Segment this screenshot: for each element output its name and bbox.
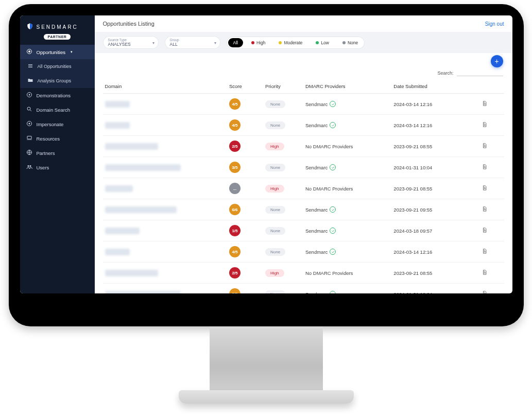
sidebar-item-analysis-groups[interactable]: Analysis Groups [20, 74, 95, 88]
filter-bar: Source Type ANALYSES ▾ Group ALL ▾ All H… [95, 32, 512, 53]
col-priority[interactable]: Priority [263, 79, 303, 94]
sidebar-item-label: Impersonate [37, 121, 64, 127]
sidebar-item-label: Resources [37, 136, 60, 142]
add-button[interactable]: + [491, 55, 503, 67]
app-screen: SENDMARC PARTNER Opportunities ▾ All Opp… [20, 15, 512, 293]
cell-domain: xxxxxx.xxxxx [103, 178, 227, 199]
sidebar-item-label: Partners [37, 150, 55, 156]
cell-provider: No DMARC Providers [303, 136, 391, 157]
document-icon[interactable] [482, 123, 487, 129]
table-row[interactable]: xxxxxx.xxxxx ... High No DMARC Providers… [103, 178, 504, 199]
table-row[interactable]: xxxxx.xx.xx 4/5 None Sendmarc 2024-03-14… [103, 94, 504, 115]
search-row: Search: [103, 56, 504, 79]
dot-icon [279, 41, 282, 44]
cell-score: 4/5 [227, 241, 263, 263]
sidebar-item-demonstrations[interactable]: Demonstrations [20, 88, 95, 102]
priority-all[interactable]: All [228, 38, 243, 47]
col-score[interactable]: Score [227, 79, 263, 94]
priority-high[interactable]: High [246, 38, 270, 47]
sidebar-item-all-opportunities[interactable]: All Opportunities [20, 59, 95, 74]
cell-priority: None [263, 94, 303, 115]
cell-actions [480, 178, 504, 199]
cell-provider: Sendmarc [303, 241, 391, 263]
sidebar-item-opportunities[interactable]: Opportunities ▾ [20, 45, 95, 59]
check-icon [330, 164, 336, 170]
cell-domain: xxxxx.xx.xx [103, 115, 227, 136]
cell-priority: High [263, 178, 303, 199]
priority-chip: None [265, 290, 285, 294]
table-body: xxxxx.xx.xx 4/5 None Sendmarc 2024-03-14… [103, 94, 504, 294]
sidebar-item-domain-search[interactable]: Domain Search [20, 102, 95, 117]
page-title: Opportunities Listing [103, 21, 155, 27]
cell-domain: xxxxxxx-xxxxxxxxx-xxxxxxx.xx.xx [103, 199, 227, 220]
users-icon [26, 164, 32, 171]
svg-rect-7 [27, 136, 31, 140]
cell-priority: None [263, 284, 303, 294]
document-icon[interactable] [482, 229, 487, 234]
col-providers[interactable]: DMARC Providers [303, 79, 391, 94]
monitor-base [179, 390, 354, 404]
document-icon[interactable] [482, 165, 487, 171]
cell-score: 3/5 [227, 284, 263, 294]
col-submitted[interactable]: Date Submitted [391, 79, 479, 94]
search-label: Search: [437, 71, 453, 76]
table-row[interactable]: xxxxx.xx.xx 4/5 None Sendmarc 2024-03-14… [103, 241, 504, 263]
cell-submitted: 2024-03-14 12:16 [391, 115, 479, 136]
table-row[interactable]: xxxxxxxxxxxxxxxxxxxxxxxxxx.xx.xx 3/5 Non… [103, 157, 504, 178]
priority-chip: None [265, 121, 285, 129]
check-icon [330, 291, 336, 293]
cell-submitted: 2024-01-31 10:04 [391, 157, 479, 178]
table-row[interactable]: xxxxxxxxx.xx.xx 1/5 None Sendmarc 2024-0… [103, 220, 504, 241]
search-input[interactable] [457, 69, 503, 76]
cell-priority: None [263, 241, 303, 263]
source-type-hint: Source Type [108, 38, 153, 42]
table-row[interactable]: xxx-xxxxxxx-xxxxxxx.xxx 2/5 High No DMAR… [103, 263, 504, 284]
priority-filter: All High Moderate Low None [227, 37, 365, 49]
source-type-value: ANALYSES [108, 42, 153, 47]
cell-actions [480, 284, 504, 294]
brand-name: SENDMARC [37, 24, 78, 30]
col-domain[interactable]: Domain [103, 79, 227, 94]
priority-low[interactable]: Low [311, 38, 334, 47]
priority-none[interactable]: None [337, 38, 363, 47]
group-select[interactable]: Group ALL ▾ [165, 36, 220, 49]
document-icon[interactable] [482, 250, 487, 255]
cell-domain: xxxxx.xx.xx [103, 94, 227, 115]
svg-point-1 [28, 50, 30, 53]
document-icon[interactable] [482, 102, 487, 108]
list-icon [27, 63, 33, 70]
table-row[interactable]: xxxxx.xx.xx 4/5 None Sendmarc 2024-03-14… [103, 115, 504, 136]
document-icon[interactable] [482, 292, 487, 293]
svg-point-4 [27, 107, 30, 110]
sidebar-item-label: Users [37, 165, 49, 170]
cell-score: 1/5 [227, 220, 263, 241]
priority-chip: High [265, 185, 284, 193]
monitor-frame: SENDMARC PARTNER Opportunities ▾ All Opp… [9, 4, 524, 404]
group-value: ALL [170, 42, 215, 47]
sidebar-item-users[interactable]: Users [20, 160, 95, 175]
document-icon[interactable] [482, 144, 487, 150]
sidebar-item-label: All Opportunities [38, 64, 72, 69]
brand: SENDMARC [20, 21, 95, 32]
sidebar-item-partners[interactable]: Partners [20, 146, 95, 160]
search-icon [26, 106, 32, 113]
check-icon [330, 122, 336, 128]
table-row[interactable]: xxxxxxx-xxxxxxxxx-xxxxxxx.xx.xx 6/6 None… [103, 199, 504, 220]
cell-domain: xxx-xxxxxxx-xxxxxxx.xxx [103, 263, 227, 284]
sidebar-item-impersonate[interactable]: Impersonate [20, 117, 95, 131]
laptop-icon [26, 135, 32, 142]
document-icon[interactable] [482, 207, 487, 213]
document-icon[interactable] [482, 186, 487, 192]
sidebar-item-resources[interactable]: Resources [20, 131, 95, 146]
source-type-select[interactable]: Source Type ANALYSES ▾ [103, 36, 159, 49]
priority-chip: None [265, 100, 285, 108]
score-badge: 1/5 [229, 225, 241, 236]
signout-link[interactable]: Sign out [485, 21, 504, 27]
table-row[interactable]: xxxxxxxxxxxxxxxxxxxxxxxxxx.xx.xx 3/5 Non… [103, 284, 504, 294]
cell-actions [480, 94, 504, 115]
priority-moderate[interactable]: Moderate [273, 38, 307, 47]
table-row[interactable]: xxx-xxxxxxx-xxxxxxx.xxx 2/5 High No DMAR… [103, 136, 504, 157]
cell-provider: Sendmarc [303, 284, 391, 294]
document-icon[interactable] [482, 271, 487, 276]
cell-submitted: 2023-09-21 08:55 [391, 263, 479, 284]
